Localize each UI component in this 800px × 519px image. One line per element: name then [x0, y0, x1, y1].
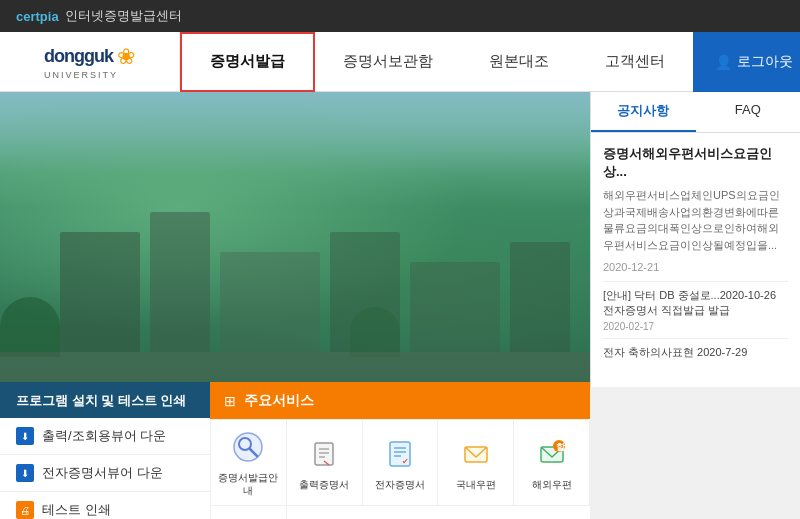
sky: [0, 92, 590, 172]
logout-button[interactable]: 👤 로그아웃: [693, 32, 800, 92]
left-sidebar: 프로그램 설치 및 테스트 인쇄 ⬇ 출력/조회용뷰어 다운 ⬇ 전자증명서뷰어…: [0, 382, 210, 519]
notice-item-1[interactable]: [안내] 닥터 DB 중설로...2020-10-26 전자증명서 직접발급 발…: [603, 281, 788, 338]
overseas-mail-icon: 할: [533, 435, 571, 473]
domestic-mail-icon: [457, 435, 495, 473]
svg-text:할: 할: [556, 442, 566, 452]
notice-tabs: 공지사항 FAQ: [591, 92, 800, 133]
service-item-kakao[interactable]: 카카오발송: [211, 506, 287, 519]
service-item-domestic[interactable]: 국내우편: [438, 420, 514, 506]
services-grid-row1: 증명서발급안내 출력증명서 ✔: [210, 419, 590, 519]
building-6: [510, 242, 570, 352]
sidebar-item-test-print[interactable]: 🖨 테스트 인쇄: [0, 492, 210, 519]
nav-items: 증명서발급 증명서보관함 원본대조 고객센터: [180, 32, 693, 91]
nav-bar: dongguk ❀ UNIVERSITY 증명서발급 증명서보관함 원본대조 고…: [0, 32, 800, 92]
site-title: 인터넷증명발급센터: [65, 7, 182, 25]
notice-item-1-title: [안내] 닥터 DB 중설로...2020-10-26 전자증명서 직접발급 발…: [603, 288, 788, 318]
tab-notice[interactable]: 공지사항: [591, 92, 696, 132]
sidebar-item-ecert-viewer[interactable]: ⬇ 전자증명서뷰어 다운: [0, 455, 210, 492]
service-item-overseas[interactable]: 할 해외우편: [514, 420, 590, 506]
notice-date: 2020-12-21: [603, 261, 788, 273]
nav-item-storage[interactable]: 증명서보관함: [315, 32, 461, 92]
tab-faq[interactable]: FAQ: [696, 92, 801, 132]
service-label-overseas: 해외우편: [532, 478, 572, 491]
notice-headline: 증명서해외우편서비스요금인상...: [603, 145, 788, 181]
services-header-text: 주요서비스: [244, 392, 314, 410]
logo-flower-icon: ❀: [117, 44, 135, 70]
building-3: [220, 252, 320, 352]
service-item-print[interactable]: 출력증명서: [287, 420, 363, 506]
ecert-icon: ✔: [381, 435, 419, 473]
service-label-ecert: 전자증명서: [375, 478, 425, 491]
logo-sub-text: UNIVERSITY: [44, 70, 118, 80]
services-header: ⊞ 주요서비스: [210, 382, 590, 419]
notice-panel: 공지사항 FAQ 증명서해외우편서비스요금인상... 해외우편서비스업체인UPS…: [590, 92, 800, 387]
sidebar-items: ⬇ 출력/조회용뷰어 다운 ⬇ 전자증명서뷰어 다운 🖨 테스트 인쇄: [0, 418, 210, 519]
main-area: 프로그램 설치 및 테스트 인쇄 ⬇ 출력/조회용뷰어 다운 ⬇ 전자증명서뷰어…: [0, 92, 800, 519]
nav-item-original[interactable]: 원본대조: [461, 32, 577, 92]
nav-item-issue[interactable]: 증명서발급: [180, 32, 315, 92]
building-5: [410, 262, 500, 352]
notice-item-2[interactable]: 전자 축하의사표현 2020-7-29: [603, 338, 788, 369]
notice-body: 해외우편서비스업체인UPS의요금인상과국제배송사업의환경변화에따른물류요금의대폭…: [603, 187, 788, 253]
logo-main-text: dongguk: [44, 46, 113, 67]
hero-image: [0, 92, 590, 382]
building-1: [60, 232, 140, 352]
user-icon: 👤: [715, 54, 732, 70]
service-item-guide[interactable]: 증명서발급안내: [211, 420, 287, 506]
top-bar: certpia 인터넷증명발급센터: [0, 0, 800, 32]
guide-icon: [229, 428, 267, 466]
notice-content: 증명서해외우편서비스요금인상... 해외우편서비스업체인UPS의요금인상과국제배…: [591, 133, 800, 381]
certpia-logo-container: certpia 인터넷증명발급센터: [16, 7, 182, 25]
pia-text: pia: [40, 9, 59, 24]
tree-1: [0, 297, 60, 357]
road: [0, 352, 590, 382]
certpia-logo: certpia: [16, 9, 59, 24]
services-grid-icon: ⊞: [224, 393, 236, 409]
sidebar-title: 프로그램 설치 및 테스트 인쇄: [0, 382, 210, 418]
print-cert-icon: [305, 435, 343, 473]
sidebar-item-viewer-download[interactable]: ⬇ 출력/조회용뷰어 다운: [0, 418, 210, 455]
nav-logo: dongguk ❀ UNIVERSITY: [0, 32, 180, 92]
service-label-domestic: 국내우편: [456, 478, 496, 491]
svg-text:✔: ✔: [402, 457, 409, 466]
building-2: [150, 212, 210, 352]
print-icon: 🖨: [16, 501, 34, 519]
notice-item-2-title: 전자 축하의사표현 2020-7-29: [603, 345, 788, 360]
service-item-ecert[interactable]: ✔ 전자증명서: [363, 420, 439, 506]
service-label-print: 출력증명서: [299, 478, 349, 491]
download-icon-2: ⬇: [16, 464, 34, 482]
tree-2: [350, 307, 400, 357]
service-label-guide: 증명서발급안내: [215, 471, 282, 497]
nav-item-customer[interactable]: 고객센터: [577, 32, 693, 92]
cert-text: cert: [16, 9, 40, 24]
download-icon-1: ⬇: [16, 427, 34, 445]
notice-item-1-date: 2020-02-17: [603, 321, 788, 332]
